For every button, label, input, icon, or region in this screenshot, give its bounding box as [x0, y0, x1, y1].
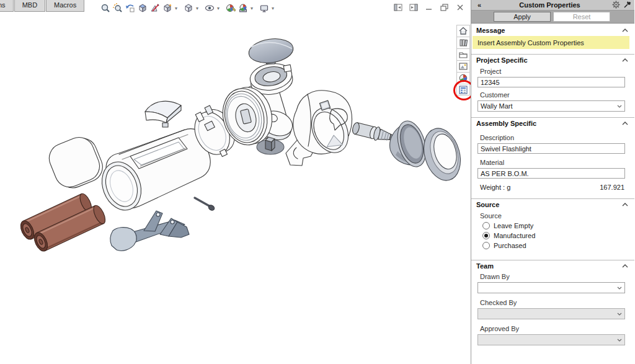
- material-input[interactable]: [477, 168, 625, 179]
- view-palette-tab[interactable]: [456, 60, 470, 72]
- project-input[interactable]: [477, 77, 625, 87]
- pin-icon[interactable]: [623, 1, 631, 10]
- drawn-by-select[interactable]: [477, 282, 625, 293]
- message-title: Message: [476, 27, 505, 34]
- zoom-to-fit-icon[interactable]: [99, 2, 112, 14]
- panel-title: Custom Properties: [487, 1, 612, 9]
- collapse-panel-button[interactable]: «: [471, 1, 487, 9]
- team-section-header[interactable]: Team: [471, 260, 634, 270]
- chevron-up-icon[interactable]: [622, 122, 628, 125]
- customer-label: Customer: [480, 91, 634, 99]
- hide-show-items-dropdown[interactable]: ▾: [216, 6, 221, 11]
- part-bezel-ring[interactable]: [418, 124, 466, 185]
- approved-by-label: Approved By: [480, 325, 634, 332]
- custom-properties-panel: « Custom Properties Apply Reset Message: [471, 0, 634, 364]
- gear-icon[interactable]: [612, 1, 620, 10]
- part-lever[interactable]: [110, 211, 189, 251]
- minimize-icon[interactable]: [424, 3, 433, 12]
- chevron-down-icon: [617, 105, 622, 108]
- source-title: Source: [476, 201, 499, 208]
- message-section-header[interactable]: Message: [471, 25, 634, 35]
- radio-leave-empty[interactable]: Leave Empty: [482, 221, 634, 229]
- assembly-section-header[interactable]: Assembly Specific: [471, 118, 634, 128]
- assembly-title: Assembly Specific: [476, 120, 536, 127]
- part-button[interactable]: [145, 101, 181, 127]
- part-lens-cover[interactable]: [45, 132, 107, 193]
- edit-appearance-icon[interactable]: [224, 2, 237, 14]
- radio-label: Manufactured: [494, 232, 535, 239]
- window-controls: [393, 3, 464, 12]
- chevron-down-icon: [617, 313, 622, 316]
- project-section-header[interactable]: Project Specific: [471, 55, 634, 64]
- panel-content: Message Insert Assembly Custom Propertie…: [471, 24, 634, 364]
- section-message: Message Insert Assembly Custom Propertie…: [471, 25, 634, 49]
- approved-by-select[interactable]: [477, 334, 625, 345]
- radio-button[interactable]: [482, 242, 490, 249]
- description-input[interactable]: [477, 143, 625, 154]
- checked-by-label: Checked By: [480, 299, 634, 306]
- project-title: Project Specific: [476, 56, 528, 64]
- hide-show-items-icon[interactable]: [203, 2, 216, 14]
- reset-button[interactable]: Reset: [553, 12, 610, 22]
- app-window: ns MBD Macros ▾: [0, 0, 635, 364]
- file-explorer-tab[interactable]: [456, 48, 470, 60]
- display-style-dropdown[interactable]: ▾: [195, 6, 200, 11]
- chevron-down-icon: [617, 339, 622, 342]
- description-label: Description: [480, 134, 634, 141]
- section-source: Source Source Leave Empty Manufactured P…: [471, 198, 634, 249]
- source-section-header[interactable]: Source: [471, 199, 634, 209]
- radio-label: Leave Empty: [494, 222, 533, 229]
- tab-macros[interactable]: Macros: [46, 0, 84, 12]
- weight-label: Weight : g: [480, 184, 510, 191]
- graphics-area[interactable]: ns MBD Macros ▾: [0, 0, 471, 364]
- chevron-up-icon[interactable]: [622, 29, 628, 32]
- panel-header: « Custom Properties: [471, 0, 634, 11]
- red-circle-annotation: [453, 80, 471, 100]
- apply-scene-dropdown[interactable]: ▾: [249, 6, 254, 11]
- view-orientation-dropdown[interactable]: ▾: [174, 6, 179, 11]
- display-style-icon[interactable]: [182, 2, 195, 14]
- chevron-up-icon[interactable]: [622, 264, 628, 268]
- radio-label: Purchased: [494, 242, 526, 249]
- zoom-to-area-icon[interactable]: [112, 2, 124, 14]
- radio-manufactured[interactable]: Manufactured: [482, 231, 634, 239]
- chevron-down-icon: [617, 286, 622, 290]
- chevron-up-icon[interactable]: [622, 58, 628, 62]
- tab-addins[interactable]: ns: [0, 0, 14, 12]
- apply-scene-icon[interactable]: [237, 2, 249, 14]
- section-team: Team Drawn By Checked By Approved By: [471, 260, 634, 345]
- tab-mbd[interactable]: MBD: [14, 0, 45, 12]
- dock-pane-left-icon[interactable]: [393, 3, 402, 12]
- restore-icon[interactable]: [440, 3, 449, 12]
- checked-by-select[interactable]: [477, 308, 625, 319]
- part-screw[interactable]: [195, 198, 215, 211]
- weight-value: 167.921: [600, 184, 624, 191]
- view-settings-icon[interactable]: [258, 2, 270, 14]
- apply-button[interactable]: Apply: [494, 12, 551, 22]
- part-dome-cap[interactable]: [247, 36, 295, 66]
- previous-view-icon[interactable]: [124, 2, 136, 14]
- source-group-label: Source: [480, 212, 634, 220]
- section-assembly-specific: Assembly Specific Description Material W…: [471, 117, 634, 191]
- view-orientation-icon[interactable]: [161, 2, 174, 14]
- customer-select[interactable]: Wally Mart: [477, 100, 625, 112]
- radio-purchased[interactable]: Purchased: [482, 241, 634, 249]
- design-library-tab[interactable]: [456, 37, 470, 48]
- section-view-icon[interactable]: [136, 2, 149, 14]
- team-title: Team: [476, 262, 494, 270]
- panel-button-strip: Apply Reset: [471, 11, 634, 24]
- view-settings-dropdown[interactable]: ▾: [270, 6, 275, 11]
- solidworks-resources-tab[interactable]: [456, 25, 470, 37]
- drawn-by-label: Drawn By: [480, 273, 634, 280]
- part-main-body[interactable]: [95, 129, 211, 216]
- radio-button[interactable]: [482, 222, 490, 229]
- chevron-up-icon[interactable]: [622, 203, 628, 206]
- exploded-view-drawing: [0, 0, 471, 364]
- dynamic-annotation-views-icon[interactable]: [149, 2, 161, 14]
- project-label: Project: [480, 68, 634, 75]
- radio-button[interactable]: [482, 232, 490, 239]
- customer-value: Wally Mart: [481, 102, 617, 110]
- close-icon[interactable]: [455, 3, 464, 12]
- section-project-specific: Project Specific Project Customer Wally …: [471, 54, 634, 112]
- dock-pane-right-icon[interactable]: [409, 3, 418, 12]
